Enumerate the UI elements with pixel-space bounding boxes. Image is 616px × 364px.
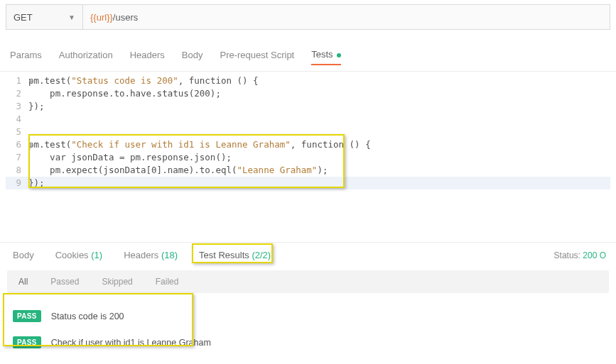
resp-cookies-label: Cookies — [55, 250, 89, 260]
test-name: Check if user with id1 is Leanne Graham — [51, 338, 211, 348]
tab-tests-label: Tests — [311, 49, 333, 60]
filter-skipped[interactable]: Skipped — [90, 270, 144, 293]
line-number: 6 — [6, 138, 28, 151]
code-string: "Leanne Graham" — [237, 165, 318, 175]
tab-body[interactable]: Body — [182, 48, 203, 65]
url-variable: {{url}} — [90, 12, 113, 23]
resp-tab-cookies[interactable]: Cookies (1) — [53, 248, 105, 262]
status-value: 200 O — [583, 250, 606, 260]
resp-cookies-count: (1) — [91, 250, 102, 260]
test-filter-row: All Passed Skipped Failed — [7, 270, 609, 293]
tab-tests[interactable]: Tests — [311, 48, 340, 65]
method-label: GET — [13, 12, 33, 23]
request-tabs: Params Authorization Headers Body Pre-re… — [0, 38, 616, 72]
line-number: 2 — [6, 87, 28, 100]
resp-tab-headers[interactable]: Headers (18) — [121, 248, 180, 262]
line-number: 1 — [6, 75, 28, 87]
code-text: }); — [28, 177, 45, 189]
tests-code-editor[interactable]: 1▼pm.test("Status code is 200", function… — [0, 72, 616, 236]
pass-badge: PASS — [13, 336, 41, 348]
code-string: "Check if user with id1 is Leanne Graham… — [71, 139, 291, 150]
chevron-down-icon: ▼ — [68, 13, 75, 21]
filter-failed[interactable]: Failed — [144, 270, 190, 293]
tab-params[interactable]: Params — [10, 48, 42, 65]
fold-icon[interactable]: ▼ — [29, 139, 33, 152]
line-number: 7 — [6, 151, 28, 164]
code-text: }); — [28, 100, 45, 113]
response-status: Status: 200 O — [554, 250, 606, 260]
pass-badge: PASS — [13, 310, 41, 322]
line-number: 8 — [6, 164, 28, 177]
test-result-row: PASS Check if user with id1 is Leanne Gr… — [7, 329, 609, 355]
resp-testresults-count: (2/2) — [252, 250, 271, 260]
resp-headers-count: (18) — [161, 250, 178, 260]
test-results-list: PASS Status code is 200 PASS Check if us… — [0, 296, 616, 364]
line-number: 4 — [6, 113, 28, 126]
status-label: Status: — [554, 250, 580, 260]
url-input[interactable]: {{url}}/users — [82, 4, 610, 30]
filter-all[interactable]: All — [7, 270, 39, 293]
http-method-select[interactable]: GET ▼ — [6, 4, 82, 30]
tab-headers[interactable]: Headers — [130, 48, 165, 65]
filter-passed[interactable]: Passed — [39, 270, 90, 293]
code-text: var jsonData = pm.response.json(); — [28, 151, 232, 164]
resp-tab-body[interactable]: Body — [10, 248, 37, 262]
resp-tab-test-results[interactable]: Test Results (2/2) — [196, 248, 274, 262]
line-number: 3 — [6, 100, 28, 113]
resp-testresults-label: Test Results — [199, 250, 249, 260]
response-tabs: Body Cookies (1) Headers (18) Test Resul… — [10, 248, 274, 262]
fold-icon[interactable]: ▼ — [29, 75, 33, 88]
line-number: 9 — [6, 177, 28, 189]
tests-modified-dot-icon — [337, 53, 341, 57]
code-string: "Status code is 200" — [71, 75, 178, 86]
test-name: Status code is 200 — [51, 311, 124, 321]
resp-headers-label: Headers — [124, 250, 158, 260]
line-number: 5 — [6, 126, 28, 138]
url-path: /users — [113, 12, 138, 23]
test-result-row: PASS Status code is 200 — [7, 303, 609, 329]
tab-prerequest[interactable]: Pre-request Script — [220, 48, 294, 65]
tab-authorization[interactable]: Authorization — [59, 48, 113, 65]
code-text: pm.response.to.have.status(200); — [28, 87, 221, 100]
